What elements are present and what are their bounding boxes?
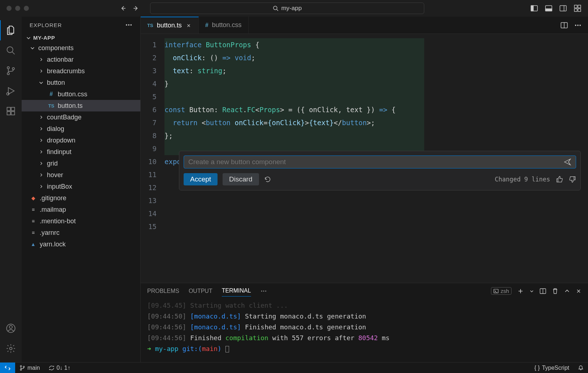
svg-point-32: [263, 290, 264, 291]
tree-file-gitignore[interactable]: ◆.gitignore: [22, 192, 140, 204]
status-notifications[interactable]: [574, 365, 588, 371]
activity-search[interactable]: [0, 40, 22, 61]
svg-rect-5: [560, 6, 566, 11]
tree-file-mailmap[interactable]: ≡.mailmap: [22, 204, 140, 215]
activity-source-control[interactable]: [0, 61, 22, 81]
changed-lines-label: Changed 9 lines: [495, 173, 550, 186]
ts-file-icon: TS: [147, 23, 153, 28]
files-icon: [6, 25, 16, 35]
maximize-window-icon[interactable]: [24, 6, 29, 11]
svg-rect-9: [574, 9, 577, 12]
status-branch[interactable]: main: [15, 365, 44, 371]
status-language[interactable]: { } TypeScript: [530, 365, 574, 371]
tree-folder-hover[interactable]: hover: [22, 169, 140, 181]
activity-extensions[interactable]: [0, 101, 22, 121]
tree-folder-grid[interactable]: grid: [22, 158, 140, 169]
remote-indicator[interactable]: [0, 363, 15, 373]
close-panel-icon[interactable]: [576, 288, 582, 294]
extensions-icon: [6, 106, 16, 116]
svg-point-11: [7, 47, 13, 53]
tree-file-yarnlock[interactable]: ▲yarn.lock: [22, 238, 140, 250]
inline-chat-widget: Accept Discard Changed 9 lines: [179, 151, 581, 190]
split-editor-icon[interactable]: [561, 22, 568, 29]
tree-file-button-ts[interactable]: TSbutton.ts: [22, 100, 140, 111]
close-tab-icon[interactable]: [185, 22, 192, 29]
tab-button-css[interactable]: # button.css: [199, 17, 249, 34]
terminal-output[interactable]: [09.45.45] Starting watch client ... [09…: [141, 299, 588, 362]
tree-folder-dialog[interactable]: dialog: [22, 123, 140, 135]
tree-folder-button[interactable]: button: [22, 77, 140, 88]
tab-button-ts[interactable]: TS button.ts: [141, 17, 199, 34]
file-tree: components actionbar breadcrumbs button …: [22, 42, 140, 250]
terminal-dropdown-icon[interactable]: [530, 289, 534, 293]
panel-tab-output[interactable]: OUTPUT: [189, 286, 212, 297]
panel-tab-terminal[interactable]: TERMINAL: [222, 285, 251, 297]
thumbs-up-icon[interactable]: [556, 176, 563, 183]
svg-rect-2: [531, 6, 533, 11]
tree-folder-actionbar[interactable]: actionbar: [22, 54, 140, 65]
chevron-right-icon: [39, 69, 43, 73]
toggle-primary-sidebar-icon[interactable]: [530, 4, 538, 12]
activity-explorer[interactable]: [0, 20, 22, 40]
toggle-secondary-sidebar-icon[interactable]: [559, 4, 567, 12]
tree-file-mentionbot[interactable]: ≡.mention-bot: [22, 215, 140, 227]
tree-folder-countbadge[interactable]: countBadge: [22, 111, 140, 123]
titlebar: my-app: [0, 0, 588, 17]
inline-chat-input[interactable]: [188, 158, 560, 166]
activity-run-debug[interactable]: [0, 81, 22, 101]
nav-forward-button[interactable]: [132, 4, 140, 12]
tree-file-yarnrc[interactable]: ≡.yarnrc: [22, 227, 140, 238]
thumbs-down-icon[interactable]: [569, 176, 576, 183]
svg-point-29: [577, 25, 579, 26]
tree-folder-dropdown[interactable]: dropdown: [22, 135, 140, 146]
close-window-icon[interactable]: [6, 6, 12, 11]
tree-folder-inputbox[interactable]: inputBox: [22, 181, 140, 192]
editor-more-icon[interactable]: [574, 22, 582, 29]
discard-button[interactable]: Discard: [223, 173, 259, 185]
split-terminal-icon[interactable]: [540, 288, 546, 294]
line-numbers: 123 456 789 101112 131415: [141, 34, 164, 283]
command-center[interactable]: my-app: [150, 3, 424, 14]
svg-point-38: [20, 369, 22, 370]
terminal-shell-indicator[interactable]: zsh: [491, 287, 512, 295]
svg-point-39: [23, 366, 25, 368]
ts-file-icon: TS: [48, 103, 55, 109]
toggle-panel-icon[interactable]: [545, 4, 553, 12]
editor-area: TS button.ts # button.css 123 456 789 10…: [141, 17, 588, 362]
svg-point-13: [7, 73, 9, 75]
accept-button[interactable]: Accept: [184, 173, 218, 185]
kill-terminal-icon[interactable]: [552, 288, 558, 294]
tree-folder-components[interactable]: components: [22, 42, 140, 54]
panel-tab-problems[interactable]: PROBLEMS: [147, 286, 179, 297]
tree-file-button-css[interactable]: #button.css: [22, 88, 140, 100]
maximize-panel-icon[interactable]: [564, 288, 570, 294]
svg-point-23: [126, 24, 127, 26]
status-sync[interactable]: 0↓ 1↑: [44, 365, 75, 371]
explorer-header: EXPLORER: [22, 17, 140, 33]
debug-icon: [6, 86, 16, 96]
gear-icon: [6, 343, 16, 354]
activity-settings[interactable]: [0, 338, 22, 359]
yarn-file-icon: ▲: [30, 241, 37, 247]
send-icon[interactable]: [563, 158, 571, 166]
chevron-right-icon: [39, 173, 43, 177]
chevron-right-icon: [39, 57, 43, 62]
sync-icon: [49, 365, 54, 371]
svg-point-25: [130, 24, 132, 26]
code-content[interactable]: interface ButtonProps { onClick: () => v…: [164, 34, 588, 283]
nav-back-button[interactable]: [119, 4, 127, 12]
minimize-window-icon[interactable]: [15, 6, 20, 11]
editor-body[interactable]: 123 456 789 101112 131415 interface Butt…: [141, 34, 588, 283]
panel-more-icon[interactable]: [260, 288, 267, 294]
tree-folder-findinput[interactable]: findinput: [22, 146, 140, 158]
explorer-more-icon[interactable]: [125, 21, 132, 28]
terminal-icon: [493, 289, 499, 294]
git-file-icon: ◆: [30, 195, 37, 201]
activity-accounts[interactable]: [0, 318, 22, 338]
tree-folder-breadcrumbs[interactable]: breadcrumbs: [22, 65, 140, 77]
new-terminal-icon[interactable]: [517, 288, 524, 294]
regenerate-icon[interactable]: [264, 176, 271, 183]
text-file-icon: ≡: [30, 218, 37, 224]
customize-layout-icon[interactable]: [574, 4, 582, 12]
folder-root[interactable]: MY-APP: [22, 33, 140, 42]
